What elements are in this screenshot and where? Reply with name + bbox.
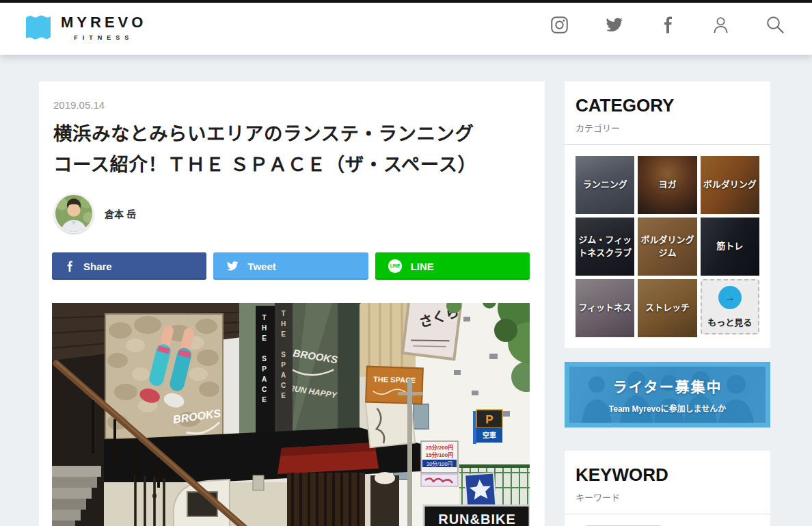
myrevo-logo-icon <box>25 14 51 41</box>
category-tile-weight-training[interactable]: 筋トレ <box>701 218 759 276</box>
keyword-title: KEYWORD <box>576 464 759 486</box>
parking-vacancy-sign: 空車 <box>483 431 496 439</box>
category-tile-bouldering[interactable]: ボルダリング <box>701 156 759 214</box>
category-tile-yoga[interactable]: ヨガ <box>638 156 696 214</box>
keyword-divider <box>565 514 770 514</box>
article-title-line1: 横浜みなとみらいエリアのランステ・ランニング <box>53 118 532 149</box>
category-more-tile[interactable]: → もっと見る <box>701 279 759 334</box>
more-arrow-icon: → <box>718 286 742 309</box>
tweet-label: Tweet <box>247 261 275 272</box>
share-buttons: Share Tweet LINE LINE <box>52 252 530 280</box>
parking-price-line3: 30分/100円 <box>427 461 452 467</box>
line-icon-text: LINE <box>390 263 400 268</box>
twitter-icon[interactable] <box>604 16 624 34</box>
storefront-illustration: BROOKS RUN HAPPY <box>52 303 530 526</box>
category-divider <box>565 144 770 145</box>
parking-price-line2: 15分/100円 <box>426 451 453 458</box>
parking-p-sign: P <box>485 413 493 426</box>
category-tile-gym-fitness-club[interactable]: ジム・フィットネスクラブ <box>576 218 634 276</box>
parking-price-line1: 25分/200円 <box>426 444 453 451</box>
site-logo[interactable]: MYREVO FITNESS <box>25 14 146 41</box>
site-header: MYREVO FITNESS <box>0 0 812 55</box>
author-name: 倉本 岳 <box>105 207 136 220</box>
article-title-line2: コース紹介！ＴＨＥ ＳＰＡＣＥ（ザ・スペース） <box>53 149 532 180</box>
account-icon[interactable] <box>712 16 730 34</box>
line-icon: LINE <box>388 259 403 274</box>
brand-tagline: FITNESS <box>61 34 146 41</box>
category-widget: CATEGORY カテゴリー ランニング ヨガ ボルダリング ジム・フィットネス… <box>565 81 770 348</box>
article-hero-photo: BROOKS RUN HAPPY <box>52 303 530 526</box>
search-icon[interactable] <box>766 15 785 34</box>
writer-recruit-banner[interactable]: ライター募集中 Team Myrevoに参加しませんか <box>565 362 770 428</box>
tweet-icon <box>226 260 239 272</box>
category-tile-fitness[interactable]: フィットネス <box>576 279 634 337</box>
author-avatar <box>54 194 94 233</box>
category-subtitle: カテゴリー <box>576 121 759 134</box>
line-share-button[interactable]: LINE LINE <box>375 252 530 280</box>
article-date: 2019.05.14 <box>53 99 105 111</box>
sidebar: CATEGORY カテゴリー ランニング ヨガ ボルダリング ジム・フィットネス… <box>565 81 770 526</box>
keyword-widget: KEYWORD キーワード <box>565 451 770 526</box>
category-tile-stretch[interactable]: ストレッチ <box>638 279 696 337</box>
article-title: 横浜みなとみらいエリアのランステ・ランニング コース紹介！ＴＨＥ ＳＰＡＣＥ（ザ… <box>53 118 532 180</box>
category-tile-grid: ランニング ヨガ ボルダリング ジム・フィットネスクラブ ボルダリングジム 筋ト… <box>576 156 759 337</box>
line-share-label: LINE <box>411 261 434 272</box>
category-tile-bouldering-gym[interactable]: ボルダリングジム <box>638 218 696 276</box>
facebook-share-icon <box>64 261 75 272</box>
author-profile[interactable]: 倉本 岳 <box>54 194 136 233</box>
keyword-subtitle: キーワード <box>576 490 759 503</box>
recruit-overlay: ライター募集中 Team Myrevoに参加しませんか <box>569 367 766 423</box>
tweet-button[interactable]: Tweet <box>213 252 368 280</box>
article-card: 2019.05.14 横浜みなとみらいエリアのランステ・ランニング コース紹介！… <box>39 81 545 526</box>
recruit-title: ライター募集中 <box>612 376 722 396</box>
category-title: CATEGORY <box>576 95 759 116</box>
facebook-share-button[interactable]: Share <box>52 252 206 280</box>
header-social-nav <box>550 15 785 34</box>
top-accent-bar <box>0 0 812 3</box>
instagram-icon[interactable] <box>550 16 569 34</box>
recruit-subtitle: Team Myrevoに参加しませんか <box>609 402 726 414</box>
runbike-sign: RUN&BIKE <box>438 512 516 526</box>
facebook-share-label: Share <box>83 261 112 272</box>
facebook-icon[interactable] <box>660 16 676 34</box>
category-tile-running[interactable]: ランニング <box>576 156 634 214</box>
brand-name: MYREVO <box>61 14 146 31</box>
